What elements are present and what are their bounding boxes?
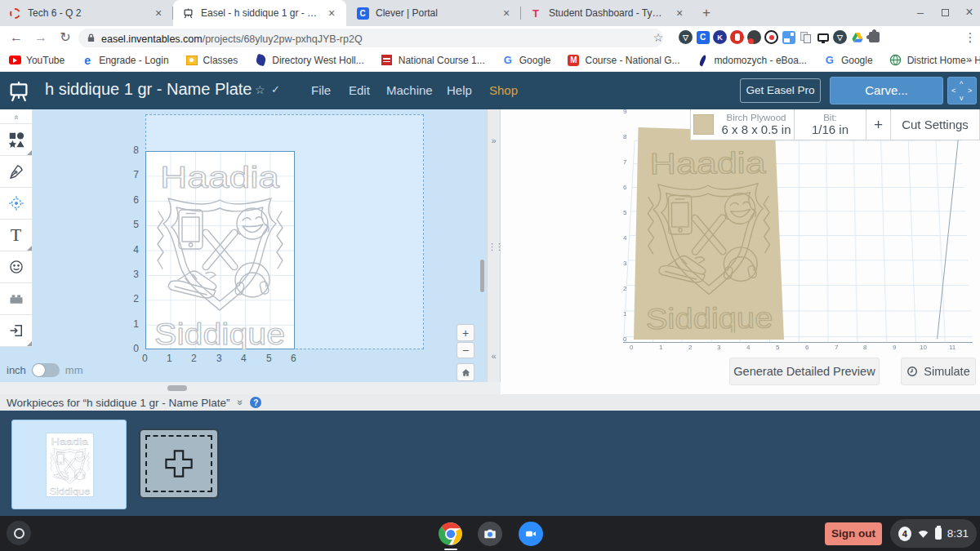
import-tool[interactable] (0, 315, 32, 347)
canvas-vertical-scrollbar[interactable] (480, 260, 484, 292)
tab-close-icon[interactable]: × (325, 7, 338, 20)
zoom-in-button[interactable]: + (457, 324, 474, 341)
copy-extension-icon[interactable] (798, 29, 813, 45)
tab-close-icon[interactable]: × (500, 7, 513, 20)
bookmarks-overflow-chevron[interactable]: » (966, 53, 972, 65)
extensions-puzzle-icon[interactable] (866, 29, 882, 45)
expand-right-chevron-icon[interactable]: » (488, 136, 500, 145)
shield-extension-icon[interactable]: ▽ (678, 29, 693, 45)
toggle-knob (33, 364, 45, 376)
shield-extension-icon[interactable]: ▽ (832, 29, 848, 45)
reload-button[interactable]: ↻ (56, 28, 75, 47)
monitor-extension-icon[interactable] (815, 29, 831, 45)
lego-brick-icon (8, 291, 24, 307)
workpiece-thumbnail-selected[interactable]: Haadia Siddique (11, 420, 127, 509)
new-tab-button[interactable]: + (696, 3, 717, 23)
divider-grip-icon[interactable]: ⋮⋮ (488, 242, 500, 252)
launcher-button[interactable] (7, 521, 31, 545)
nameplate-design[interactable]: Haadia Siddique (145, 151, 295, 349)
tab-clever[interactable]: C Clever | Portal × (348, 0, 521, 26)
unit-toggle-switch[interactable] (32, 363, 60, 377)
status-tray[interactable]: 4 8:31 (890, 519, 977, 548)
project-title[interactable]: h siddique 1 gr - Name Plate (45, 80, 252, 99)
3d-blocks-tool[interactable] (0, 283, 32, 315)
design-name-bottom: Siddique (154, 318, 285, 349)
tab-close-icon[interactable]: × (673, 7, 686, 20)
icons-library-tool[interactable] (0, 251, 32, 283)
material-board[interactable]: Haadia Siddique (634, 127, 784, 340)
bookmark-mdomozych[interactable]: mdomozych - eBoa... (697, 54, 807, 67)
bookmark-google[interactable]: GGoogle (501, 54, 551, 67)
lock-icon (87, 31, 96, 46)
add-workpiece-button[interactable] (139, 429, 219, 499)
bookmark-star-icon[interactable]: ☆ (648, 28, 668, 47)
cut-settings-button[interactable]: Cut Settings (891, 109, 980, 140)
workpieces-collapse-chevron-icon[interactable]: » (234, 400, 246, 406)
hand-extension-icon[interactable] (729, 29, 745, 45)
simulate-button[interactable]: Simulate (901, 358, 976, 385)
jog-left-icon[interactable]: < (951, 87, 956, 95)
bit-select[interactable]: Bit: 1/16 in (795, 109, 866, 140)
bookmark-google-2[interactable]: GGoogle (823, 54, 873, 67)
screencast-extension-icon[interactable] (781, 29, 796, 45)
origin-tool[interactable] (0, 188, 32, 220)
bit-size: 1/16 in (812, 122, 849, 136)
material-select[interactable]: Birch Plywood 6 x 8 x 0.5 in (690, 109, 795, 140)
tab-tynker[interactable]: T Student Dashboard - Tynker × (521, 0, 694, 26)
back-button[interactable]: ← (7, 28, 26, 47)
menu-help[interactable]: Help (447, 83, 472, 97)
shapes-tool[interactable] (0, 124, 32, 156)
jog-right-icon[interactable]: > (968, 87, 972, 95)
zoom-out-button[interactable]: − (457, 342, 474, 358)
panel-divider[interactable]: » ⋮⋮ « (487, 109, 501, 382)
add-bit-button[interactable]: + (866, 109, 891, 140)
drive-extension-icon[interactable] (849, 29, 865, 45)
sign-out-button[interactable]: Sign out (825, 522, 882, 545)
target-extension-icon[interactable] (764, 29, 779, 45)
easel-logo-icon[interactable] (7, 79, 31, 104)
favorite-star-icon[interactable]: ☆ (255, 83, 265, 96)
tab-tech6[interactable]: Tech 6 - Q 2 × (0, 0, 173, 26)
window-minimize-button[interactable]: – (908, 0, 933, 26)
workpiece-thumbnail-design: Haadia Siddique (47, 433, 93, 496)
paddle-extension-icon[interactable] (746, 29, 762, 45)
kami-extension-icon[interactable]: K (712, 29, 728, 45)
clever-extension-icon[interactable]: C (695, 29, 710, 45)
menu-edit[interactable]: Edit (349, 83, 370, 97)
bookmark-course-national[interactable]: MCourse - National G... (567, 54, 679, 67)
text-tool[interactable]: T (0, 220, 32, 251)
bookmark-classes[interactable]: Classes (185, 54, 238, 67)
get-easel-pro-button[interactable]: Get Easel Pro (740, 78, 821, 103)
national-course-icon (381, 54, 394, 67)
chrome-app-icon[interactable] (439, 522, 463, 546)
design-canvas[interactable]: Haadia Siddique (0, 109, 487, 382)
jog-pad-button[interactable]: ^ v < > (947, 77, 977, 104)
tab-easel-active[interactable]: Easel - h siddique 1 gr - Name Pl × (173, 0, 346, 26)
sidebar-collapse-button[interactable]: » (0, 109, 32, 124)
collapse-left-chevron-icon[interactable]: « (488, 351, 500, 361)
bookmark-directory[interactable]: Directory West Holl... (254, 54, 363, 67)
pen-tool[interactable] (0, 156, 32, 188)
carve-button[interactable]: Carve... (830, 77, 943, 104)
jog-down-icon[interactable]: v (960, 94, 964, 102)
forward-button[interactable]: → (31, 28, 51, 47)
browser-menu-kebab-icon[interactable]: ⋮ (960, 28, 980, 47)
unit-toggle[interactable]: inch mm (7, 363, 83, 377)
generate-preview-button[interactable]: Generate Detailed Preview (729, 358, 880, 385)
menu-file[interactable]: File (311, 83, 331, 97)
jog-up-icon[interactable]: ^ (960, 80, 963, 88)
menu-shop[interactable]: Shop (489, 83, 518, 97)
zoom-app-icon[interactable] (519, 522, 543, 546)
window-close-button[interactable]: × (957, 0, 980, 26)
menu-machine[interactable]: Machine (386, 83, 433, 97)
address-bar[interactable]: easel.inventables.com/projects/68yluy2pw… (78, 29, 663, 47)
bookmark-national-course[interactable]: National Course 1... (381, 54, 485, 67)
camera-app-icon[interactable] (478, 522, 502, 546)
tab-close-icon[interactable]: × (152, 7, 165, 20)
zoom-home-button[interactable] (457, 363, 474, 381)
help-icon[interactable]: ? (250, 397, 261, 408)
bookmark-youtube[interactable]: YouTube (8, 54, 65, 67)
window-restore-button[interactable] (933, 0, 957, 26)
bookmark-engrade[interactable]: eEngrade - Login (81, 54, 168, 67)
canvas-horizontal-scrollbar[interactable] (167, 385, 187, 391)
